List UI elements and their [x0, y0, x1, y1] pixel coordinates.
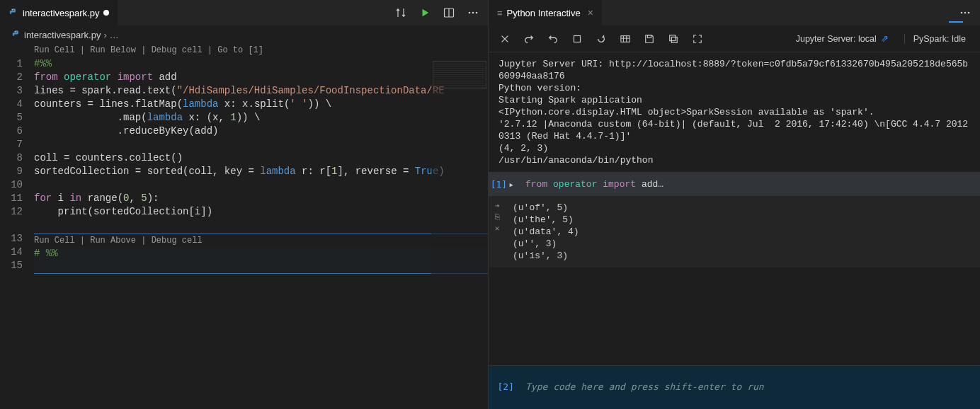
cell-prompt: [1]▸: [489, 173, 518, 196]
redo-icon[interactable]: [523, 33, 535, 45]
close-icon[interactable]: ×: [588, 7, 593, 18]
chevron-right-icon: ›: [103, 30, 106, 40]
delete-icon: ✕: [490, 223, 504, 234]
editor-body[interactable]: 1 2 3 4 5 6 7 8 9 10 11 12 13 14 15 Run …: [0, 44, 488, 409]
jupyter-icon: ≡: [497, 8, 503, 18]
codelens-cell1[interactable]: Run Cell | Run Below | Debug cell | Go t…: [34, 44, 488, 57]
goto-icon: ⇥: [490, 200, 504, 212]
save-icon[interactable]: [643, 33, 656, 45]
compare-icon[interactable]: [394, 6, 407, 19]
editor-tab[interactable]: interactivespark.py: [0, 0, 118, 25]
run-icon[interactable]: [418, 6, 431, 19]
svg-point-0: [12, 9, 13, 10]
startup-output: Jupyter Server URI: http://localhost:888…: [489, 52, 980, 172]
cell-output-text: (u'of', 5) (u'the', 5) (u'data', 4) (u''…: [506, 196, 980, 267]
close-icon[interactable]: [498, 33, 511, 45]
cell-1-output: ⇥ ⎘ ✕ (u'of', 5) (u'the', 5) (u'data', 4…: [489, 196, 980, 267]
svg-point-9: [968, 12, 970, 14]
svg-rect-16: [670, 35, 676, 40]
dirty-indicator-icon: [103, 10, 109, 16]
server-link-icon: ⇗: [881, 33, 889, 44]
split-editor-icon[interactable]: [443, 6, 455, 19]
interactive-input[interactable]: [2] Type code here and press shift-enter…: [489, 365, 980, 409]
svg-point-3: [469, 12, 471, 14]
input-prompt: [2]: [489, 366, 518, 409]
svg-point-8: [964, 12, 967, 14]
codelens-cell2[interactable]: Run Cell | Run Above | Debug cell: [34, 234, 488, 247]
stop-icon[interactable]: [571, 33, 583, 45]
breadcrumb-file: interactivespark.py: [24, 30, 101, 40]
python-icon: [8, 8, 18, 18]
interactive-tab[interactable]: ≡ Python Interactive ×: [489, 0, 602, 25]
breadcrumb[interactable]: interactivespark.py › …: [0, 25, 488, 44]
breadcrumb-more: …: [110, 30, 119, 40]
interactive-pane: ≡ Python Interactive × Jupyter Server: l…: [489, 0, 980, 409]
cell-action-icons[interactable]: ⇥ ⎘ ✕: [489, 196, 506, 267]
line-number-gutter: 1 2 3 4 5 6 7 8 9 10 11 12 13 14 15: [0, 44, 34, 409]
svg-point-4: [472, 12, 474, 14]
copy-icon: ⎘: [490, 212, 504, 223]
editor-tab-bar: interactivespark.py: [0, 0, 488, 25]
variables-icon[interactable]: [619, 33, 632, 45]
svg-rect-10: [574, 35, 581, 42]
restart-icon[interactable]: [595, 33, 608, 45]
status-underline: [949, 21, 963, 23]
svg-rect-15: [647, 35, 651, 38]
code-area[interactable]: Run Cell | Run Below | Debug cell | Go t…: [34, 44, 488, 409]
jupyter-server-status[interactable]: Jupyter Server: local ⇗: [796, 33, 889, 44]
svg-rect-11: [621, 35, 629, 42]
minimap[interactable]: [431, 44, 488, 409]
undo-icon[interactable]: [547, 33, 559, 45]
more-actions-icon[interactable]: [959, 6, 972, 19]
svg-point-7: [961, 12, 963, 14]
export-icon[interactable]: [667, 33, 680, 45]
editor-tab-actions: [394, 0, 488, 25]
cell-1[interactable]: [1]▸ from operator import add…: [489, 172, 980, 196]
interactive-tab-title: Python Interactive: [507, 8, 581, 18]
minimap-thumb: [433, 61, 486, 89]
interactive-tab-bar: ≡ Python Interactive ×: [489, 0, 980, 25]
pyspark-status[interactable]: PySpark: Idle: [904, 34, 970, 44]
cell-code: from operator import add…: [518, 173, 980, 196]
svg-point-6: [15, 31, 16, 32]
input-placeholder[interactable]: Type code here and press shift-enter to …: [518, 366, 980, 409]
python-icon: [11, 30, 21, 40]
interactive-toolbar: Jupyter Server: local ⇗ PySpark: Idle: [489, 25, 980, 52]
editor-pane: interactivespark.py interactivespark.py …: [0, 0, 489, 409]
svg-rect-17: [671, 37, 677, 42]
tab-title: interactivespark.py: [23, 8, 99, 18]
interactive-output-body[interactable]: Jupyter Server URI: http://localhost:888…: [489, 52, 980, 365]
more-actions-icon[interactable]: [467, 6, 479, 19]
svg-point-5: [476, 12, 478, 14]
expand-icon[interactable]: [691, 33, 704, 45]
